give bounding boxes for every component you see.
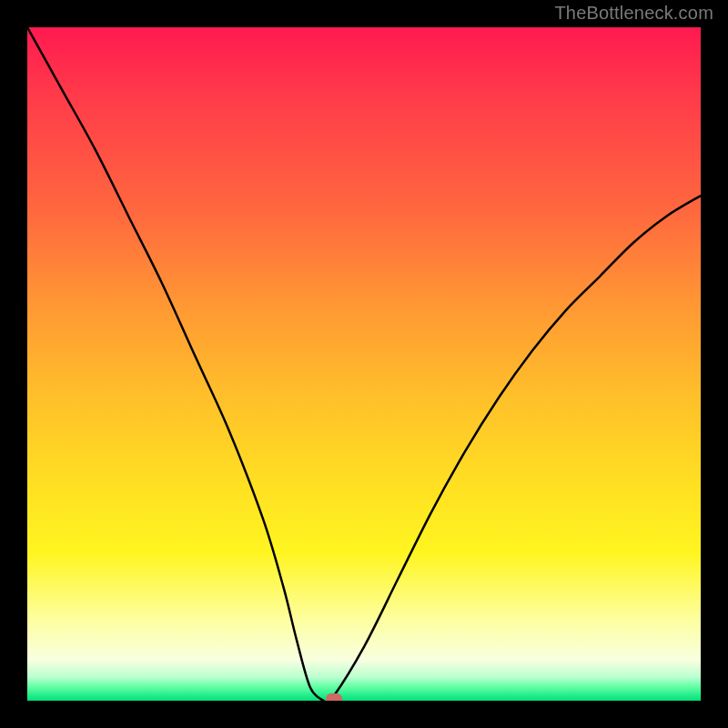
chart-frame: TheBottleneck.com (0, 0, 728, 728)
optimum-marker (326, 693, 342, 701)
plot-area (27, 27, 701, 701)
watermark-text: TheBottleneck.com (554, 3, 713, 24)
curve-line (27, 27, 701, 701)
bottleneck-curve (27, 27, 701, 701)
